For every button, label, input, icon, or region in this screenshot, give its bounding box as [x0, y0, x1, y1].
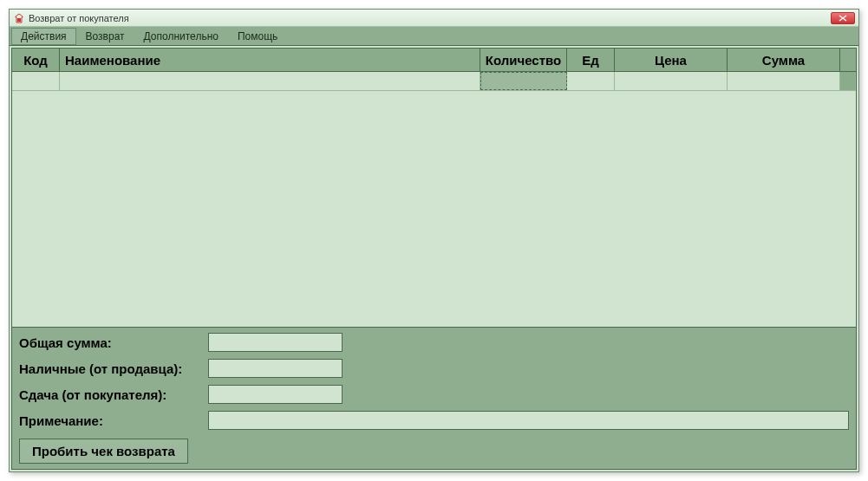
label-note: Примечание:	[19, 413, 208, 428]
grid-body[interactable]	[12, 72, 856, 327]
cell-code[interactable]	[12, 72, 60, 90]
return-window: Возврат от покупателя Действия Возврат Д…	[9, 9, 859, 472]
col-header-unit[interactable]: Ед	[567, 49, 615, 71]
col-header-qty[interactable]: Количество	[480, 49, 567, 71]
cell-price[interactable]	[615, 72, 728, 90]
col-header-code[interactable]: Код	[12, 49, 60, 71]
submit-return-button[interactable]: Пробить чек возврата	[19, 439, 188, 464]
menu-actions[interactable]: Действия	[11, 28, 76, 45]
label-cash: Наличные (от продавца):	[19, 361, 208, 376]
cell-sum[interactable]	[728, 72, 840, 90]
label-change: Сдача (от покупателя):	[19, 387, 208, 402]
col-header-price[interactable]: Цена	[615, 49, 728, 71]
table-row[interactable]	[12, 72, 856, 91]
row-change: Сдача (от покупателя):	[19, 385, 849, 404]
titlebar: Возврат от покупателя	[10, 10, 858, 27]
close-button[interactable]	[831, 12, 855, 24]
menubar: Действия Возврат Дополнительно Помощь	[10, 27, 858, 46]
menu-extra[interactable]: Дополнительно	[134, 28, 228, 45]
content-area: Код Наименование Количество Ед Цена Сумм…	[10, 46, 858, 471]
col-header-sum[interactable]: Сумма	[728, 49, 840, 71]
label-total: Общая сумма:	[19, 335, 208, 350]
input-change[interactable]	[208, 385, 343, 404]
input-cash[interactable]	[208, 359, 343, 378]
row-total: Общая сумма:	[19, 333, 849, 352]
grid-header: Код Наименование Количество Ед Цена Сумм…	[12, 49, 856, 72]
app-icon	[13, 12, 25, 24]
totals-panel: Общая сумма: Наличные (от продавца): Сда…	[11, 328, 857, 470]
row-note: Примечание:	[19, 411, 849, 430]
cell-qty[interactable]	[480, 72, 567, 90]
menu-return[interactable]: Возврат	[76, 28, 134, 45]
svg-rect-0	[17, 18, 21, 22]
row-cash: Наличные (от продавца):	[19, 359, 849, 378]
cell-scroll	[840, 72, 856, 90]
col-header-name[interactable]: Наименование	[60, 49, 480, 71]
cell-name[interactable]	[60, 72, 480, 90]
input-note[interactable]	[208, 411, 849, 430]
cell-unit[interactable]	[567, 72, 615, 90]
col-header-scroll	[840, 49, 856, 71]
items-grid: Код Наименование Количество Ед Цена Сумм…	[11, 48, 857, 328]
window-title: Возврат от покупателя	[29, 13, 831, 23]
menu-help[interactable]: Помощь	[228, 28, 287, 45]
input-total[interactable]	[208, 333, 343, 352]
